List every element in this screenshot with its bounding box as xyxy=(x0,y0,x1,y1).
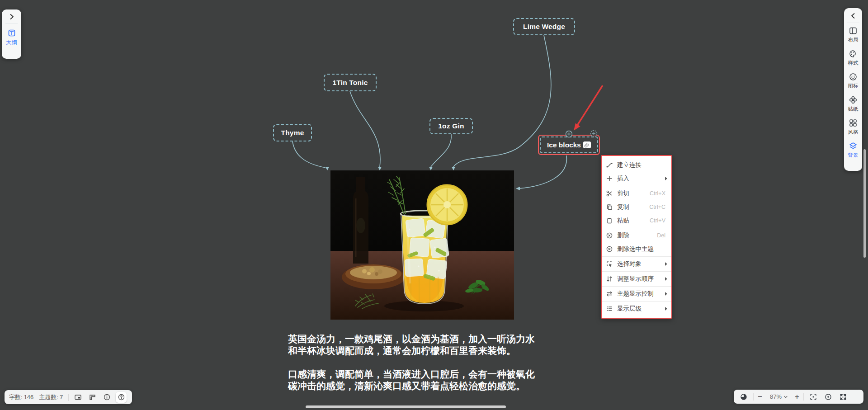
toolbar-item-label: 风格 xyxy=(848,129,859,136)
sort-order-icon xyxy=(602,275,617,283)
chevron-left-icon xyxy=(849,12,857,19)
menu-divider xyxy=(602,286,671,287)
toolbar-item-label: 布局 xyxy=(848,37,859,43)
palette-icon xyxy=(849,49,858,58)
sidebar-item-label: 大纲 xyxy=(6,39,17,47)
toolbar-item-label: 背景 xyxy=(848,152,859,159)
toolbar-item-stickers[interactable]: 贴纸 xyxy=(848,95,859,113)
toolbar-item-layout[interactable]: 布局 xyxy=(848,26,859,43)
background-layers-icon xyxy=(849,141,858,151)
menu-item-delete-selected[interactable]: 删除选中主题 xyxy=(602,242,671,256)
minimap-icon[interactable] xyxy=(72,392,83,403)
red-pointer-arrow xyxy=(0,0,868,410)
menu-divider xyxy=(602,228,671,228)
toolbar-item-label: 样式 xyxy=(848,60,859,66)
zoom-in-button[interactable]: + xyxy=(795,393,799,401)
zoom-out-button[interactable]: − xyxy=(758,393,762,401)
topic-count-value: 7 xyxy=(60,394,63,401)
menu-item-insert[interactable]: 插入 xyxy=(602,172,671,185)
right-toolbar: 布局 样式 图标 贴纸 风格 背景 xyxy=(844,8,862,171)
collapse-panel-button[interactable] xyxy=(849,12,857,19)
menu-divider xyxy=(602,301,671,302)
smiley-icon xyxy=(849,72,858,81)
sticker-flower-icon xyxy=(849,95,858,104)
chevron-down-icon xyxy=(783,395,788,399)
divider xyxy=(5,24,18,24)
menu-item-create-connection[interactable]: 建立连接 xyxy=(602,158,671,172)
help-icon[interactable] xyxy=(116,392,127,403)
fullscreen-icon[interactable] xyxy=(838,391,849,402)
mouse-mode-icon[interactable] xyxy=(738,391,749,402)
locate-center-icon[interactable] xyxy=(823,391,834,402)
menu-item-copy[interactable]: 复制 Ctrl+C xyxy=(602,200,671,214)
select-object-icon xyxy=(602,260,617,268)
divider xyxy=(68,394,69,401)
submenu-arrow-icon xyxy=(665,177,667,180)
submenu-arrow-icon xyxy=(665,307,667,311)
scissors-icon xyxy=(602,190,617,197)
fit-screen-icon[interactable] xyxy=(808,391,819,402)
menu-item-display-levels[interactable]: 显示层级 xyxy=(602,302,671,316)
divider xyxy=(753,393,754,401)
menu-item-paste[interactable]: 粘贴 Ctrl+V xyxy=(602,214,671,227)
swap-arrows-icon xyxy=(602,290,617,297)
zoom-level[interactable]: 87% xyxy=(770,393,788,400)
plus-icon xyxy=(602,175,617,182)
toolbar-item-theme[interactable]: 风格 xyxy=(848,118,859,136)
menu-item-select-objects[interactable]: 选择对象 xyxy=(602,257,671,271)
delete-circle-icon xyxy=(602,245,617,253)
topic-count-label: 主题数: xyxy=(39,393,58,401)
toolbar-item-label: 图标 xyxy=(848,83,859,90)
word-count-value: 146 xyxy=(24,394,34,401)
ruler-icon[interactable] xyxy=(87,392,98,403)
zoom-level-value: 87% xyxy=(770,393,782,400)
sidebar-item-outline[interactable]: 大纲 xyxy=(6,29,17,47)
menu-item-topic-display-control[interactable]: 主题显示控制 xyxy=(602,287,671,301)
menu-divider xyxy=(602,271,671,272)
toolbar-item-style[interactable]: 样式 xyxy=(848,49,859,66)
divider xyxy=(847,23,859,23)
delete-circle-icon xyxy=(602,232,617,239)
expand-panel-button[interactable] xyxy=(8,13,15,20)
menu-item-cut[interactable]: 剪切 Ctrl+X xyxy=(602,187,671,200)
menu-divider xyxy=(602,186,671,186)
zoom-toolbar: − 87% + xyxy=(734,390,863,404)
submenu-arrow-icon xyxy=(665,277,667,281)
submenu-arrow-icon xyxy=(665,292,667,296)
list-levels-icon xyxy=(602,305,617,312)
style-grid-icon xyxy=(849,118,858,127)
outline-panel: 大纲 xyxy=(2,9,21,59)
toolbar-item-label: 贴纸 xyxy=(848,106,859,113)
info-icon[interactable] xyxy=(101,392,112,403)
menu-divider xyxy=(602,256,671,257)
menu-item-adjust-order[interactable]: 调整显示顺序 xyxy=(602,272,671,286)
status-bar: 字数: 146 主题数: 7 xyxy=(5,390,132,404)
toolbar-item-icons[interactable]: 图标 xyxy=(848,72,859,90)
context-menu: 建立连接 插入 剪切 Ctrl+X 复制 Ctrl+C 粘贴 Ctrl+V 删除… xyxy=(601,155,672,319)
toolbar-item-background[interactable]: 背景 xyxy=(848,141,859,159)
submenu-arrow-icon xyxy=(665,262,667,266)
divider xyxy=(803,393,804,401)
copy-icon xyxy=(602,203,617,211)
chevron-right-icon xyxy=(8,13,15,20)
menu-item-delete[interactable]: 删除 Del xyxy=(602,229,671,242)
link-icon xyxy=(602,161,617,169)
word-count-label: 字数: xyxy=(9,393,23,401)
layout-icon xyxy=(849,26,858,35)
outline-text-icon xyxy=(8,29,16,37)
paste-icon xyxy=(602,217,617,224)
